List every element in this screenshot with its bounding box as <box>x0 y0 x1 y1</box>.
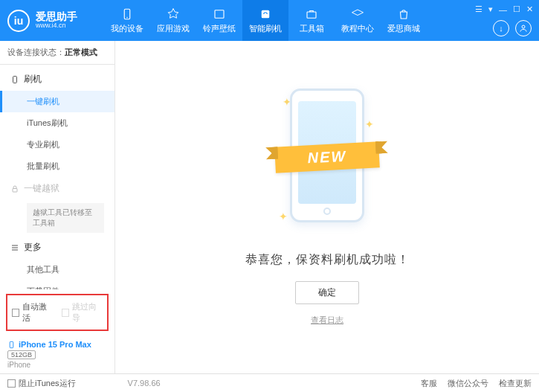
app-url: www.i4.cn <box>36 22 77 30</box>
user-icon <box>519 24 528 33</box>
skip-guide-checkbox: 跳过向导 <box>62 301 103 324</box>
sidebar: 设备连接状态：正常模式 刷机 一键刷机 iTunes刷机 专业刷机 批量刷机 一… <box>0 41 115 373</box>
menu-pro-flash[interactable]: 专业刷机 <box>0 134 114 155</box>
nav-store[interactable]: 爱思商城 <box>381 0 427 41</box>
auto-activate-checkbox[interactable]: 自动激活 <box>12 301 53 324</box>
device-info: iPhone 15 Pro Max 512GB iPhone <box>0 335 114 373</box>
nav-tutorials[interactable]: 教程中心 <box>335 0 381 41</box>
apps-icon <box>167 7 180 21</box>
svg-point-1 <box>126 16 128 18</box>
user-button[interactable] <box>515 20 532 36</box>
download-button[interactable]: ↓ <box>493 20 509 36</box>
bag-icon <box>397 7 410 21</box>
menu-icon[interactable]: ☰ <box>475 4 482 14</box>
version-label: V7.98.66 <box>76 379 421 388</box>
block-itunes-checkbox[interactable]: 阻止iTunes运行 <box>7 378 76 389</box>
svg-rect-8 <box>10 341 13 347</box>
nav-apps-games[interactable]: 应用游戏 <box>150 0 196 41</box>
success-illustration: ✦ ✦ ✦ NEW <box>279 89 375 237</box>
footer-wechat[interactable]: 微信公众号 <box>448 378 488 389</box>
top-nav: 我的设备 应用游戏 铃声壁纸 智能刷机 工具箱 教程中心 爱思商城 <box>104 0 532 41</box>
phone-icon <box>10 75 19 84</box>
footer-support[interactable]: 客服 <box>421 378 437 389</box>
graduation-icon <box>351 7 364 21</box>
image-icon <box>213 7 226 21</box>
svg-rect-6 <box>13 76 17 83</box>
options-highlight-box: 自动激活 跳过向导 <box>6 294 109 331</box>
app-header: iu 爱思助手 www.i4.cn 我的设备 应用游戏 铃声壁纸 智能刷机 工具… <box>0 0 539 41</box>
nav-ringtones[interactable]: 铃声壁纸 <box>196 0 242 41</box>
maximize-icon[interactable]: ☐ <box>513 4 520 14</box>
phone-icon <box>120 7 134 21</box>
menu-one-click-flash[interactable]: 一键刷机 <box>0 91 114 112</box>
ok-button[interactable]: 确定 <box>295 281 359 304</box>
device-type: iPhone <box>7 361 107 369</box>
lock-icon <box>10 184 19 193</box>
svg-rect-7 <box>13 188 17 192</box>
footer-check-update[interactable]: 检查更新 <box>499 378 532 389</box>
svg-rect-4 <box>307 12 316 18</box>
toolbox-icon <box>305 7 318 21</box>
menu-flash-header[interactable]: 刷机 <box>0 68 114 91</box>
nav-toolbox[interactable]: 工具箱 <box>288 0 335 41</box>
phone-icon <box>7 341 16 349</box>
refresh-icon <box>259 7 272 21</box>
minimize-icon[interactable]: — <box>499 5 507 14</box>
menu-itunes-flash[interactable]: iTunes刷机 <box>0 112 114 134</box>
menu-jailbreak-header[interactable]: 一键越狱 <box>0 177 114 200</box>
jailbreak-note: 越狱工具已转移至工具箱 <box>27 203 104 233</box>
logo-area: iu 爱思助手 www.i4.cn <box>7 10 104 32</box>
window-controls: ☰ ▾ — ☐ ✕ <box>475 4 533 14</box>
menu-other-tools[interactable]: 其他工具 <box>0 259 114 280</box>
success-message: 恭喜您，保资料刷机成功啦！ <box>245 252 410 268</box>
menu-download-firmware[interactable]: 下载固件 <box>0 280 114 289</box>
app-name: 爱思助手 <box>36 11 77 22</box>
storage-badge: 512GB <box>7 350 36 359</box>
menu-more-header[interactable]: 更多 <box>0 236 114 259</box>
new-ribbon: NEW <box>274 141 380 173</box>
close-icon[interactable]: ✕ <box>526 4 533 14</box>
svg-point-5 <box>522 25 525 28</box>
lock-icon[interactable]: ▾ <box>488 4 493 14</box>
logo-icon: iu <box>7 10 30 32</box>
device-name[interactable]: iPhone 15 Pro Max <box>7 340 107 349</box>
svg-rect-2 <box>215 10 224 18</box>
footer: 阻止iTunes运行 V7.98.66 客服 微信公众号 检查更新 <box>0 373 539 392</box>
svg-rect-3 <box>262 10 270 18</box>
connection-status: 设备连接状态：正常模式 <box>0 41 114 65</box>
list-icon <box>10 243 19 252</box>
menu-batch-flash[interactable]: 批量刷机 <box>0 155 114 177</box>
nav-flash[interactable]: 智能刷机 <box>242 0 288 41</box>
main-panel: ✦ ✦ ✦ NEW 恭喜您，保资料刷机成功啦！ 确定 查看日志 <box>115 41 539 373</box>
nav-my-device[interactable]: 我的设备 <box>104 0 150 41</box>
view-log-link[interactable]: 查看日志 <box>311 315 343 326</box>
